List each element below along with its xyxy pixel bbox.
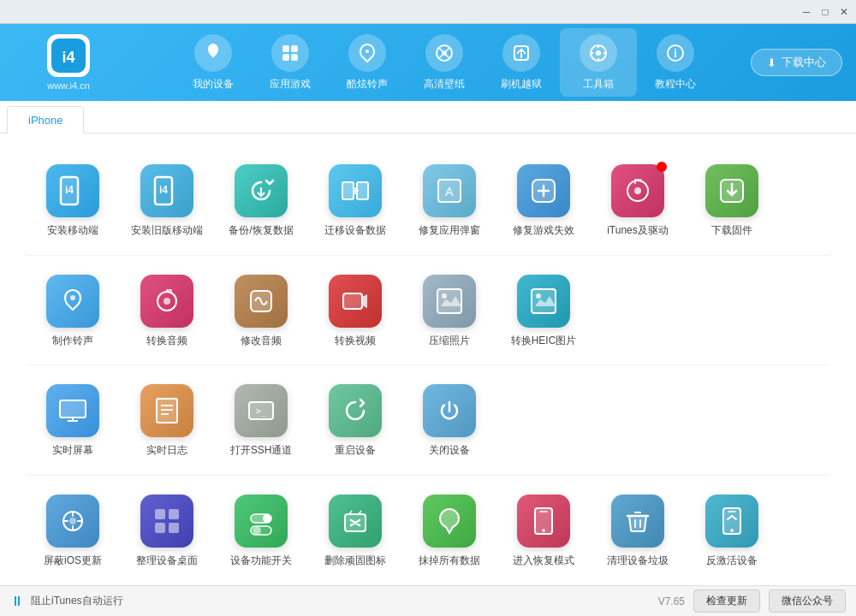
check-update-button[interactable]: 检查更新 [693, 589, 760, 613]
install-old-icon: i4 [140, 164, 193, 217]
nav-items: 我的设备应用游戏酷炫铃声高清壁纸刷机越狱工具箱i教程中心 [137, 28, 751, 97]
close-button[interactable]: ✕ [835, 3, 853, 21]
tool-organize-desktop[interactable]: 整理设备桌面 [120, 481, 214, 577]
svg-point-41 [536, 293, 541, 299]
logo-area: i4 www.i4.cn [0, 26, 137, 99]
tool-realtime-log[interactable]: 实时日志 [120, 370, 214, 466]
device-toggle-label: 设备功能开关 [230, 554, 292, 568]
tool-fix-app[interactable]: A修复应用弹窗 [402, 151, 496, 246]
download-firmware-icon [705, 164, 758, 217]
delete-stubborn-icon [329, 495, 382, 548]
power-off-label: 关闭设备 [429, 444, 470, 458]
convert-heic-label: 转换HEIC图片 [511, 335, 577, 348]
fix-game-icon [517, 164, 570, 217]
tools-row-2: 制作铃声转换音频修改音频转换视频压缩照片转换HEIC图片 [26, 261, 830, 357]
svg-point-65 [253, 526, 261, 535]
backup-restore-label: 备份/恢复数据 [229, 224, 293, 238]
tool-recovery-mode[interactable]: 进入恢复模式 [496, 481, 591, 577]
recovery-mode-icon [517, 495, 570, 548]
realtime-log-icon [140, 384, 193, 437]
deactivate-icon [705, 495, 758, 548]
svg-point-53 [69, 518, 76, 524]
power-off-icon [423, 384, 476, 437]
tool-install-old[interactable]: i4安装旧版移动端 [120, 151, 214, 246]
row-divider-3 [26, 475, 830, 476]
make-ringtone-label: 制作铃声 [52, 335, 93, 348]
ssh-tunnel-label: 打开SSH通道 [230, 444, 293, 458]
main-content: i4安装移动端i4安装旧版移动端备份/恢复数据迁移设备数据A修复应用弹窗修复游戏… [0, 133, 856, 585]
svg-point-31 [634, 187, 641, 194]
nav-item-ringtones[interactable]: 酷炫铃声 [329, 28, 406, 97]
nav-item-toolbox[interactable]: 工具箱 [560, 28, 637, 97]
svg-point-78 [730, 529, 734, 532]
svg-rect-5 [282, 54, 289, 61]
convert-video-label: 转换视频 [335, 335, 376, 348]
tool-convert-video[interactable]: 转换视频 [308, 261, 402, 357]
my-device-label: 我的设备 [193, 77, 234, 92]
tool-restart-device[interactable]: 重启设备 [308, 370, 402, 466]
tool-convert-heic[interactable]: 转换HEIC图片 [496, 261, 591, 357]
tool-backup-restore[interactable]: 备份/恢复数据 [214, 151, 308, 246]
backup-restore-icon [235, 164, 288, 217]
tool-ssh-tunnel[interactable]: >_打开SSH通道 [214, 370, 308, 466]
nav-item-apps[interactable]: 应用游戏 [252, 28, 329, 97]
svg-point-9 [442, 50, 447, 56]
svg-text:i4: i4 [159, 184, 168, 196]
nav-item-jailbreak[interactable]: 刷机越狱 [483, 28, 560, 97]
svg-text:i4: i4 [65, 184, 74, 196]
nav-item-tutorials[interactable]: i教程中心 [637, 28, 714, 97]
minimize-button[interactable]: ─ [798, 3, 815, 21]
restart-device-icon [329, 384, 382, 437]
ringtones-label: 酷炫铃声 [347, 77, 388, 92]
version-text: V7.65 [658, 595, 685, 607]
tool-realtime-screen[interactable]: 实时屏幕 [26, 370, 120, 466]
nav-item-my-device[interactable]: 我的设备 [175, 28, 252, 97]
tool-device-toggle[interactable]: 设备功能开关 [214, 481, 308, 577]
tool-block-update[interactable]: 屏蔽iOS更新 [26, 481, 120, 577]
svg-point-35 [163, 298, 170, 305]
tool-fix-game[interactable]: 修复游戏失效 [496, 151, 591, 246]
restore-button[interactable]: □ [817, 3, 834, 21]
apps-icon [271, 34, 309, 72]
block-update-label: 屏蔽iOS更新 [44, 554, 102, 568]
convert-video-icon [329, 275, 382, 328]
download-center-button[interactable]: ⬇ 下载中心 [751, 49, 842, 76]
tool-edit-audio[interactable]: 修改音频 [214, 261, 308, 357]
tab-iphone[interactable]: iPhone [7, 106, 84, 133]
svg-text:i: i [674, 47, 677, 60]
migrate-label: 迁移设备数据 [324, 224, 386, 238]
tool-migrate[interactable]: 迁移设备数据 [308, 151, 402, 246]
ringtones-icon [348, 34, 386, 72]
app-logo: i4 [47, 34, 90, 77]
ssh-tunnel-icon: >_ [235, 384, 288, 437]
row-divider-1 [26, 255, 830, 256]
tool-delete-stubborn[interactable]: 删除顽固图标 [308, 481, 402, 577]
itunes-status-icon: ⏸ [10, 594, 24, 609]
tool-wipe-data[interactable]: 抹掉所有数据 [402, 481, 496, 577]
tool-convert-audio[interactable]: 转换音频 [120, 261, 214, 357]
itunes-status-text: 阻止iTunes自动运行 [31, 594, 123, 608]
tabbar: iPhone [0, 101, 856, 133]
tool-deactivate[interactable]: 反激活设备 [685, 481, 779, 577]
wechat-button[interactable]: 微信公众号 [769, 589, 846, 613]
restart-device-label: 重启设备 [335, 444, 376, 458]
download-label: 下载中心 [782, 55, 826, 70]
tool-install-mobile[interactable]: i4安装移动端 [26, 151, 120, 246]
clean-junk-label: 清理设备垃圾 [607, 554, 669, 568]
tool-download-firmware[interactable]: 下载固件 [685, 151, 779, 246]
organize-desktop-label: 整理设备桌面 [136, 554, 198, 568]
tutorials-label: 教程中心 [655, 77, 696, 92]
svg-rect-58 [155, 509, 165, 519]
tool-make-ringtone[interactable]: 制作铃声 [26, 261, 120, 357]
toolbox-label: 工具箱 [583, 77, 614, 92]
logo-url: www.i4.cn [47, 80, 90, 91]
wipe-data-icon [423, 495, 476, 548]
tool-itunes-driver[interactable]: iTunes及驱动 [591, 151, 685, 246]
install-mobile-label: 安装移动端 [47, 224, 98, 238]
tool-compress-photo[interactable]: 压缩照片 [402, 261, 496, 357]
my-device-icon [194, 34, 232, 72]
tool-clean-junk[interactable]: 清理设备垃圾 [591, 481, 685, 577]
tool-power-off[interactable]: 关闭设备 [402, 370, 496, 466]
nav-item-wallpapers[interactable]: 高清壁纸 [406, 28, 483, 97]
svg-rect-4 [291, 45, 298, 52]
